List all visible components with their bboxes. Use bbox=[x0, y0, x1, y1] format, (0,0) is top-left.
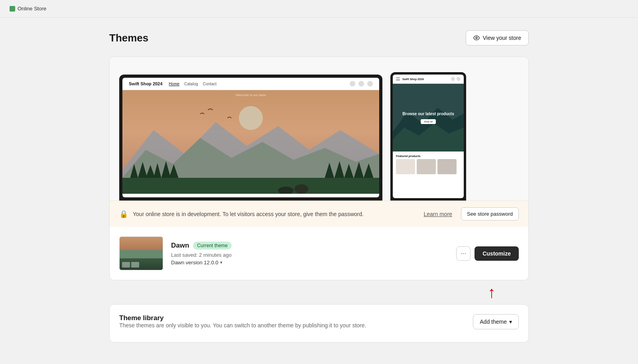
current-theme-badge: Current theme bbox=[193, 242, 232, 250]
library-header-left: Theme library These themes are only visi… bbox=[119, 314, 366, 329]
svg-point-16 bbox=[294, 184, 308, 194]
desktop-nav-icons bbox=[350, 81, 373, 87]
top-bar-store-label: Online Store bbox=[18, 6, 46, 12]
desktop-nav-links: Home Catalog Contact bbox=[169, 82, 217, 86]
svg-point-0 bbox=[476, 37, 477, 39]
chevron-down-icon: ▾ bbox=[509, 319, 512, 325]
dev-notice: 🔒 Your online store is in development. T… bbox=[110, 201, 528, 227]
lock-icon: 🔒 bbox=[119, 210, 128, 218]
desktop-screen: Swift Shop 2024 Home Catalog Contact bbox=[122, 78, 379, 197]
theme-saved: Last saved: 2 minutes ago bbox=[171, 252, 448, 258]
library-description: These themes are only visible to you. Yo… bbox=[119, 322, 366, 329]
mobile-search-icon bbox=[451, 77, 455, 81]
theme-card: Swift Shop 2024 Home Catalog Contact bbox=[109, 57, 529, 280]
theme-thumbnail bbox=[119, 236, 163, 270]
add-theme-label: Add theme bbox=[480, 319, 507, 325]
mobile-featured-title: Featured products bbox=[396, 155, 461, 157]
main-content: Themes View your store Swift Shop 2024 H… bbox=[100, 18, 538, 355]
mobile-screen: Swift Shop 2024 Browse our latest produc… bbox=[393, 75, 464, 198]
thumb-overlay bbox=[122, 262, 160, 268]
desktop-nav-home: Home bbox=[169, 82, 179, 86]
customize-button[interactable]: Customize bbox=[475, 246, 519, 261]
chevron-down-icon: ▾ bbox=[220, 260, 223, 265]
mobile-product-3 bbox=[437, 159, 457, 174]
top-bar-title: Online Store bbox=[10, 6, 46, 12]
desktop-search-icon bbox=[350, 81, 355, 87]
mobile-featured: Featured products bbox=[393, 152, 464, 177]
svg-rect-3 bbox=[122, 178, 379, 194]
theme-version-label: Dawn version 12.0.0 bbox=[171, 260, 219, 266]
desktop-nav-catalog: Catalog bbox=[184, 82, 198, 86]
mobile-shop-btn: Shop all bbox=[421, 119, 436, 124]
view-store-label: View your store bbox=[483, 35, 521, 41]
desktop-cart-icon bbox=[367, 81, 373, 87]
desktop-logo: Swift Shop 2024 bbox=[129, 81, 162, 86]
eye-icon bbox=[473, 35, 480, 41]
desktop-nav-contact: Contact bbox=[203, 82, 217, 86]
mobile-nav-icons bbox=[451, 77, 461, 81]
library-header: Theme library These themes are only visi… bbox=[119, 314, 519, 329]
theme-version[interactable]: Dawn version 12.0.0 ▾ bbox=[171, 260, 448, 266]
add-theme-button[interactable]: Add theme ▾ bbox=[473, 314, 519, 329]
thumb-top bbox=[120, 237, 163, 250]
see-password-button[interactable]: See store password bbox=[461, 207, 519, 220]
red-arrow-icon: ↑ bbox=[488, 284, 496, 300]
mobile-nav: Swift Shop 2024 bbox=[393, 75, 464, 84]
desktop-account-icon bbox=[358, 81, 364, 87]
arrow-container: ↑ bbox=[109, 284, 529, 300]
mobile-hero-text: Browse our latest products bbox=[402, 111, 454, 117]
mobile-featured-row bbox=[396, 159, 461, 174]
page-title: Themes bbox=[109, 32, 148, 44]
page-header: Themes View your store bbox=[109, 30, 529, 45]
learn-more-link[interactable]: Learn more bbox=[424, 211, 453, 217]
library-title: Theme library bbox=[119, 314, 366, 322]
thumb-product-1 bbox=[122, 262, 130, 268]
more-icon: ··· bbox=[461, 250, 466, 257]
thumb-product-2 bbox=[131, 262, 139, 268]
mobile-product-2 bbox=[417, 159, 436, 174]
desktop-hero: Welcome to our store bbox=[122, 90, 379, 194]
thumb-mid bbox=[120, 250, 163, 258]
dev-notice-text: Your online store is in development. To … bbox=[133, 211, 419, 217]
view-store-button[interactable]: View your store bbox=[466, 30, 529, 45]
mobile-hero: Browse our latest products Shop all bbox=[393, 84, 464, 152]
mobile-product-1 bbox=[396, 159, 415, 174]
hamburger-icon bbox=[396, 77, 400, 81]
landscape-svg bbox=[122, 90, 379, 194]
store-icon bbox=[10, 6, 15, 12]
more-options-button[interactable]: ··· bbox=[456, 246, 471, 261]
mobile-logo: Swift Shop 2024 bbox=[402, 78, 451, 81]
current-theme-section: Dawn Current theme Last saved: 2 minutes… bbox=[110, 227, 528, 280]
theme-info: Dawn Current theme Last saved: 2 minutes… bbox=[171, 242, 448, 266]
theme-name-row: Dawn Current theme bbox=[171, 242, 448, 250]
mobile-cart-icon bbox=[457, 77, 461, 81]
top-bar: Online Store bbox=[0, 0, 638, 18]
mobile-mockup: Swift Shop 2024 Browse our latest produc… bbox=[390, 72, 466, 201]
theme-actions: ··· Customize bbox=[456, 246, 519, 261]
library-card: Theme library These themes are only visi… bbox=[109, 304, 529, 342]
desktop-nav: Swift Shop 2024 Home Catalog Contact bbox=[122, 78, 379, 90]
theme-name: Dawn bbox=[171, 242, 189, 250]
desktop-mockup: Swift Shop 2024 Home Catalog Contact bbox=[119, 75, 382, 201]
preview-section: Swift Shop 2024 Home Catalog Contact bbox=[110, 57, 528, 201]
